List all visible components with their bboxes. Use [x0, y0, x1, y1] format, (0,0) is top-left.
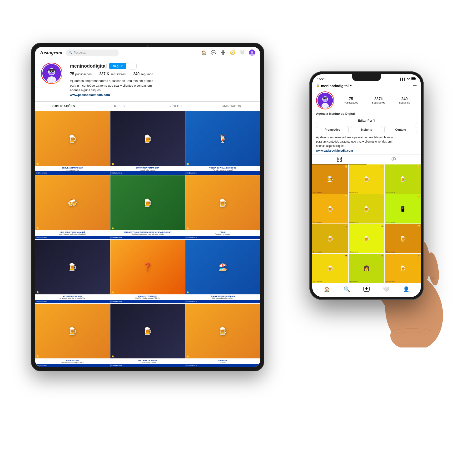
phone-followers-stat: 237k Seguidores — [372, 97, 385, 104]
promocoes-button[interactable]: Promoções — [316, 126, 349, 133]
phone-following-stat: 240 Seguindo — [399, 97, 410, 104]
explore-icon[interactable]: 🧭 — [230, 50, 235, 55]
profile-info: meninododigital Seguir ... 75 publicaçõe… — [70, 63, 254, 97]
nav-add-icon[interactable] — [363, 286, 370, 293]
tablet-grid-item[interactable]: 🍺 ⭐ TEM GENTE QUE PRECISA DE SPA PARA RE… — [110, 175, 185, 239]
phone-username-row: 🔒 meninododigital ▾ ☰ — [316, 83, 417, 88]
home-icon[interactable]: 🏠 — [201, 50, 206, 55]
phone-grid-item[interactable]: 😊 🍺 @suamarca — [312, 194, 348, 223]
tablet-grid-item[interactable]: 🍻 ⭐ NÃO DEIXE PARA AMANHÃ a cerveja que … — [35, 175, 110, 239]
svg-rect-17 — [49, 69, 55, 70]
hamburger-icon[interactable]: ☰ — [413, 83, 417, 88]
phone-avatar-inner — [317, 92, 333, 109]
phone-tab-grid[interactable] — [312, 154, 367, 165]
tab-marcados[interactable]: MARCADOS — [204, 102, 260, 111]
tablet-grid-item[interactable]: ❓ ⭐ EU OUVI FERIADO!? Skol Puro Malte, a… — [110, 240, 185, 303]
tablet-grid-item[interactable]: 🍺 ⭐ PEDIU Peça pelo whatsapp! ⬡ @suamarc… — [186, 175, 260, 239]
add-icon[interactable]: ➕ — [221, 50, 226, 55]
svg-rect-37 — [337, 160, 339, 161]
svg-point-51 — [430, 277, 435, 280]
messages-icon[interactable]: 💬 — [211, 50, 216, 55]
tablet-grid-item[interactable]: 🍺 ⭐ QUINTOU! Já pode? ⬡ @suamarca — [186, 304, 260, 367]
profile-bio: Ajudamos empreendedores a passar de uma … — [70, 79, 160, 97]
tablet-grid-item[interactable]: 🍺 ⭐ NA FALTA DE AMOR Outra cerveja por f… — [110, 304, 185, 367]
avatar-inner — [42, 63, 62, 83]
svg-point-33 — [327, 98, 328, 100]
phone-profile-row: 75 Publicações 237k Seguidores 240 Segui… — [316, 91, 417, 109]
posts-stat: 75 publicações — [70, 72, 92, 76]
following-stat: 240 seguindo — [133, 72, 153, 76]
username-text: meninododigital — [70, 63, 107, 69]
tab-videos[interactable]: VÍDEOS — [148, 102, 204, 111]
phone-grid-item[interactable]: 😊 🍺 @suamarca — [349, 224, 385, 253]
chevron-down-icon: ▾ — [350, 84, 352, 87]
tablet-grid-item[interactable]: 🍺 ⭐ NO BOTECO DA VIDA amizade e a porção… — [35, 240, 110, 303]
profile-tabs: PUBLICAÇÕES REELS VÍDEOS MARCADOS — [35, 102, 260, 111]
username-row: meninododigital Seguir ... — [70, 63, 254, 69]
profile-avatar-nav[interactable] — [249, 50, 255, 56]
wifi-icon — [407, 77, 410, 81]
phone-grid-item[interactable]: 😊 🍺 @suamarca — [349, 194, 385, 223]
phone-grid-item[interactable]: 😊 🍺 @suamarca — [385, 254, 421, 283]
svg-point-28 — [324, 98, 324, 99]
search-placeholder: Pesquisar — [74, 51, 86, 54]
phone-grid-item[interactable]: 😊 🍺 @suamarca — [385, 224, 421, 253]
svg-rect-35 — [337, 157, 339, 159]
tab-reels[interactable]: REELS — [91, 102, 148, 111]
insights-button[interactable]: Insights — [350, 126, 383, 133]
svg-point-4 — [253, 52, 253, 52]
phone-link[interactable]: www.packsocialmedia.com — [316, 149, 417, 152]
phone-tabs — [312, 154, 421, 165]
profile-stats: 75 publicações 237 K seguidores 240 segu… — [70, 72, 254, 76]
nav-profile-icon[interactable]: 👤 — [403, 286, 409, 292]
profile-avatar — [41, 63, 62, 84]
search-bar[interactable]: 🔍 Pesquisar — [66, 50, 119, 56]
phone-tab-tagged[interactable] — [367, 154, 421, 165]
tablet: Instagram 🔍 Pesquisar 🏠 💬 ➕ 🧭 🤍 — [31, 43, 264, 371]
svg-point-15 — [51, 72, 52, 73]
tablet-grid-item[interactable]: 🍺 ⭐ PODE BEBER e comemorar que hoje é se… — [35, 304, 110, 367]
svg-point-6 — [251, 51, 252, 52]
phone-grid-item[interactable]: 😊 👨‍🍳 @suamarca — [312, 165, 348, 194]
phone-grid-item[interactable]: 😊 👩 @suamarca — [349, 254, 385, 283]
tablet-grid-item[interactable]: 🍺 ⭐ CERVEJA HARMONIZA com mais cerveja. … — [35, 111, 110, 175]
lock-icon: 🔒 — [316, 84, 320, 87]
svg-rect-38 — [340, 160, 341, 161]
nav-heart-icon[interactable]: 🤍 — [383, 286, 389, 292]
phone-posts-stat: 75 Publicações — [344, 97, 358, 104]
edit-profile-button[interactable]: Editar Perfil — [316, 117, 417, 124]
following-count: 240 — [133, 72, 140, 76]
more-button[interactable]: ... — [129, 63, 136, 69]
scene: Instagram 🔍 Pesquisar 🏠 💬 ➕ 🧭 🤍 — [24, 24, 452, 452]
nav-search-icon[interactable]: 🔍 — [344, 286, 350, 292]
followers-count: 237 K — [99, 72, 109, 76]
svg-rect-23 — [412, 78, 415, 80]
phone-wrapper: 15:20 ▌▌▌ 🔒 — [309, 71, 443, 333]
phone-bio: Ajudamos empreendedores a passar de uma … — [316, 135, 417, 148]
phone-body: 15:20 ▌▌▌ 🔒 — [309, 71, 424, 300]
phone-grid-item[interactable]: 😊 🍺 @suamarca — [385, 165, 421, 194]
phone-grid-item[interactable]: 😊 🍺 @suamarca — [349, 165, 385, 194]
tab-publicacoes[interactable]: PUBLICAÇÕES — [35, 102, 91, 111]
phone-grid-item[interactable]: 😊 📱 @suamarca — [385, 194, 421, 223]
followers-stat: 237 K seguidores — [99, 72, 126, 76]
nav-home-icon[interactable]: 🏠 — [324, 286, 330, 292]
profile-link[interactable]: www.packsocialmedia.com — [70, 93, 110, 97]
phone-avatar-face — [318, 92, 333, 108]
tablet-grid-item[interactable]: 🍹 ⭐ VODKA OU ÁGUA DE COCO? Pra mim, traz… — [186, 111, 260, 175]
followers-label: seguidores — [110, 72, 126, 76]
phone-stats: 75 Publicações 237k Seguidores 240 Segui… — [337, 97, 417, 104]
tablet-grid-item[interactable]: 🍺 ⭐ EU VIM PRA TOMAR CHÁ mas só tinha ce… — [110, 111, 185, 175]
svg-rect-7 — [252, 51, 253, 51]
phone-profile-header: 🔒 meninododigital ▾ ☰ — [312, 82, 421, 154]
tablet-grid-item[interactable]: 🏖️ ⭐ PRAIA E CERVEJA GELADA Não há combi… — [186, 240, 260, 303]
contato-button[interactable]: Contato — [384, 126, 417, 133]
phone-grid-item[interactable]: 😊 🍺 @suamarca — [312, 224, 348, 253]
svg-point-16 — [47, 76, 56, 83]
heart-icon[interactable]: 🤍 — [239, 50, 245, 55]
signal-icon: ▌▌▌ — [400, 78, 406, 81]
phone-username: 🔒 meninododigital ▾ — [316, 84, 352, 88]
ig-profile: meninododigital Seguir ... 75 publicaçõe… — [35, 58, 260, 102]
phone-grid-item[interactable]: 😊 🍺 @suamarca — [312, 254, 348, 283]
follow-button[interactable]: Seguir — [109, 63, 126, 69]
